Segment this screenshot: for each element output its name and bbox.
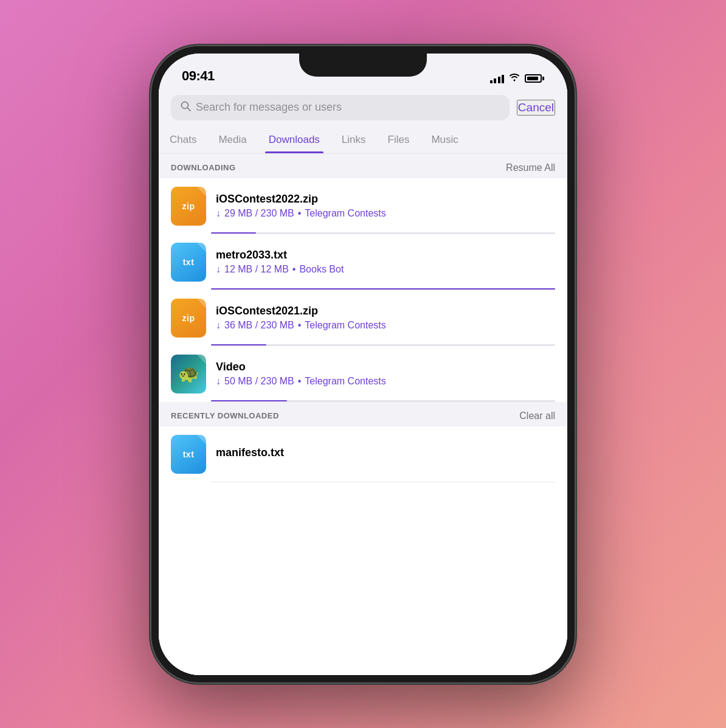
download-item-3[interactable]: zip iOSContest2021.zip ↓ 36 MB / 230 MB …: [159, 290, 567, 346]
wifi-icon: [509, 73, 520, 84]
tab-music[interactable]: Music: [420, 128, 469, 153]
search-bar[interactable]: Search for messages or users: [171, 95, 510, 120]
file-icon-zip-1: zip: [171, 187, 206, 226]
file-icon-label-3: zip: [182, 313, 195, 323]
progress-bar-3: [211, 344, 555, 345]
file-icon-label-5: txt: [183, 449, 195, 459]
file-icon-video: 🐢: [171, 355, 206, 393]
file-name-3: iOSContest2021.zip: [216, 305, 555, 317]
download-arrow-2: ↓: [216, 264, 221, 275]
signal-bar-3: [498, 77, 500, 83]
status-time: 09:41: [182, 68, 215, 84]
cancel-button[interactable]: Cancel: [517, 100, 555, 116]
phone-wrapper: 09:41: [150, 45, 576, 684]
progress-fill-4: [211, 400, 287, 401]
file-info-3: iOSContest2021.zip ↓ 36 MB / 230 MB • Te…: [216, 305, 555, 331]
tab-media[interactable]: Media: [207, 128, 257, 153]
download-item-4[interactable]: 🐢 Video ↓ 50 MB / 230 MB • Telegram Cont…: [159, 346, 567, 402]
file-icon-label-2: txt: [183, 257, 195, 267]
progress-fill-1: [211, 232, 256, 234]
file-source-4: Telegram Contests: [305, 376, 385, 387]
file-meta-2: ↓ 12 MB / 12 MB • Books Bot: [216, 264, 555, 275]
file-icon-txt-2: txt: [171, 435, 206, 474]
section-header-recent: RECENTLY DOWNLOADED Clear all: [159, 402, 567, 426]
file-name-5: manifesto.txt: [216, 446, 555, 459]
progress-fill-3: [211, 344, 266, 345]
progress-bar-2: [211, 288, 555, 289]
file-icon-label-1: zip: [182, 201, 195, 211]
phone-frame: 09:41: [150, 45, 576, 684]
file-meta-1: ↓ 29 MB / 230 MB • Telegram Contests: [216, 208, 555, 219]
file-name-2: metro2033.txt: [216, 249, 555, 262]
file-size-4: 50 MB / 230 MB: [224, 376, 294, 387]
file-meta-4: ↓ 50 MB / 230 MB • Telegram Contests: [216, 376, 555, 387]
download-item-5[interactable]: txt manifesto.txt: [159, 426, 567, 482]
svg-line-1: [187, 108, 190, 111]
search-icon: [181, 101, 191, 114]
clear-all-button[interactable]: Clear all: [519, 411, 555, 421]
tab-downloads[interactable]: Downloads: [258, 128, 331, 153]
signal-bar-1: [490, 80, 493, 83]
signal-bar-4: [502, 75, 504, 83]
notch: [299, 54, 427, 77]
file-source-1: Telegram Contests: [305, 208, 385, 219]
progress-bar-1: [211, 232, 555, 234]
resume-all-button[interactable]: Resume All: [506, 162, 555, 173]
dot-separator-1: •: [298, 208, 302, 219]
file-info-4: Video ↓ 50 MB / 230 MB • Telegram Contes…: [216, 361, 555, 387]
download-item-2[interactable]: txt metro2033.txt ↓ 12 MB / 12 MB • Book…: [159, 234, 567, 290]
file-info-1: iOSContest2022.zip ↓ 29 MB / 230 MB • Te…: [216, 193, 555, 219]
file-icon-zip-2: zip: [171, 299, 206, 338]
download-item-1[interactable]: zip iOSContest2022.zip ↓ 29 MB / 230 MB …: [159, 178, 567, 234]
status-icons: [490, 73, 545, 84]
tabs-container: Chats Media Downloads Links Files: [159, 128, 567, 154]
section-title-recent: RECENTLY DOWNLOADED: [171, 411, 279, 420]
progress-bar-4: [211, 400, 555, 401]
turtle-thumbnail: 🐢: [171, 355, 206, 393]
signal-bar-2: [494, 78, 496, 83]
file-size-3: 36 MB / 230 MB: [224, 320, 294, 331]
search-placeholder-text: Search for messages or users: [196, 101, 342, 114]
dot-separator-4: •: [298, 376, 302, 387]
dot-separator-3: •: [298, 320, 302, 331]
file-source-2: Books Bot: [299, 264, 344, 275]
file-meta-3: ↓ 36 MB / 230 MB • Telegram Contests: [216, 320, 555, 331]
section-title-downloading: DOWNLOADING: [171, 163, 236, 172]
signal-bars: [490, 74, 505, 83]
section-header-downloading: DOWNLOADING Resume All: [159, 154, 567, 178]
download-arrow-4: ↓: [216, 376, 221, 387]
battery-icon: [525, 74, 544, 83]
phone-screen: 09:41: [159, 54, 567, 675]
file-info-2: metro2033.txt ↓ 12 MB / 12 MB • Books Bo…: [216, 249, 555, 275]
file-source-3: Telegram Contests: [305, 320, 385, 331]
file-size-2: 12 MB / 12 MB: [224, 264, 289, 275]
download-arrow-1: ↓: [216, 208, 221, 219]
file-info-5: manifesto.txt: [216, 446, 555, 462]
download-arrow-3: ↓: [216, 320, 221, 331]
tab-links[interactable]: Links: [331, 128, 377, 153]
search-container: Search for messages or users Cancel: [159, 88, 567, 128]
content-area: Search for messages or users Cancel Chat…: [159, 88, 567, 675]
list-container: DOWNLOADING Resume All zip iOSContest202…: [159, 154, 567, 675]
tab-chats[interactable]: Chats: [159, 128, 207, 153]
progress-fill-2: [211, 288, 555, 289]
file-name-1: iOSContest2022.zip: [216, 193, 555, 206]
file-icon-txt-1: txt: [171, 243, 206, 282]
file-name-4: Video: [216, 361, 555, 373]
tab-files[interactable]: Files: [377, 128, 421, 153]
file-size-1: 29 MB / 230 MB: [224, 208, 294, 219]
dot-separator-2: •: [292, 264, 296, 275]
